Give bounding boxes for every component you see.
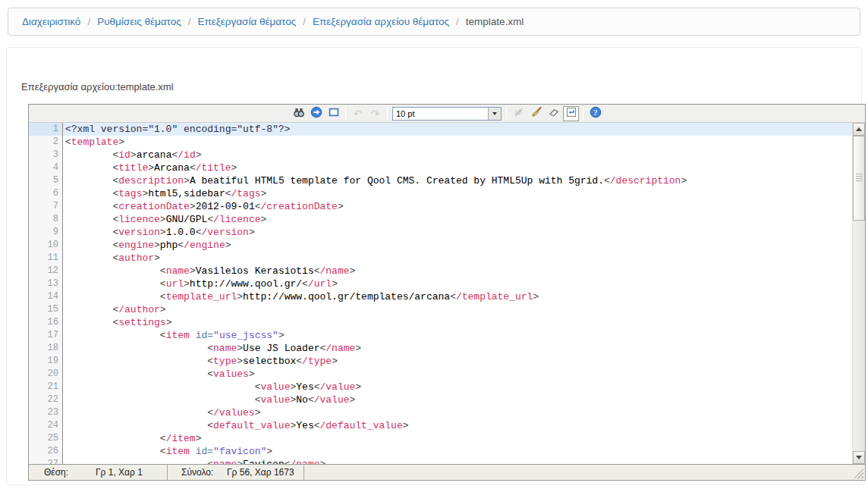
- code-line: <author>: [63, 252, 852, 265]
- highlight-icon: [530, 106, 542, 121]
- help-icon: ?: [590, 106, 602, 121]
- reset-highlight-icon: [548, 106, 560, 121]
- smooth-selection-button[interactable]: ab: [511, 106, 527, 121]
- line-number: 5: [29, 174, 62, 187]
- reset-highlight-button[interactable]: [546, 106, 561, 121]
- scroll-up-button[interactable]: [853, 123, 865, 136]
- resize-grip-icon[interactable]: [854, 469, 863, 478]
- code-line: <template_url>http://www.qool.gr/templat…: [63, 290, 852, 303]
- go-to-line-icon: [310, 106, 322, 121]
- code-line: <value>Yes</value>: [63, 381, 852, 393]
- toolbar-separator: [583, 107, 583, 120]
- scrollbar-thumb[interactable]: [853, 136, 865, 221]
- line-number: 2: [29, 136, 62, 149]
- line-number: 7: [29, 200, 62, 213]
- line-number: 20: [29, 368, 62, 381]
- content-card: Επεξεργασία αρχείου:template.xml: [6, 47, 862, 485]
- line-number: 17: [29, 329, 62, 342]
- line-number: 18: [29, 342, 62, 355]
- code-line: <title>Arcana</title>: [63, 161, 852, 174]
- word-wrap-button[interactable]: [563, 106, 579, 121]
- status-total-value: Γρ 56, Χαρ 1673: [227, 467, 294, 478]
- redo-icon: ↷: [371, 108, 380, 119]
- code-line: <values>: [63, 368, 852, 381]
- search-button[interactable]: [291, 106, 307, 121]
- line-number: 9: [29, 226, 62, 239]
- page-title: Επεξεργασία αρχείου:template.xml: [21, 81, 174, 92]
- toolbar-separator: [387, 107, 388, 120]
- search-icon: [293, 106, 305, 121]
- code-line: <value>No</value>: [63, 393, 852, 406]
- line-number: 10: [29, 239, 62, 252]
- status-total-label: Σύνολο:: [181, 467, 227, 478]
- redo-button[interactable]: ↷: [367, 106, 383, 121]
- highlight-button[interactable]: [528, 106, 544, 121]
- scroll-down-button[interactable]: [853, 451, 865, 464]
- line-number: 26: [29, 445, 62, 458]
- undo-button[interactable]: ↶: [350, 106, 366, 121]
- code-line: <licence>GNU/GPL</licence>: [63, 213, 852, 226]
- code-line: <name>Vasileios Kerasiotis</name>: [63, 265, 852, 277]
- status-position-value: Γρ 1, Χαρ 1: [96, 467, 143, 478]
- line-number: 25: [29, 432, 62, 445]
- code-line: <template>: [63, 136, 852, 149]
- scrollbar-vertical: [852, 123, 865, 464]
- line-number: 16: [29, 316, 62, 329]
- code-line: <?xml version="1.0" encoding="utf-8"?>: [63, 123, 852, 136]
- font-size-value: 10 pt: [393, 109, 488, 118]
- line-number: 12: [29, 265, 62, 277]
- line-gutter: 1234567891011121314151617181920212223242…: [29, 123, 63, 464]
- code-line: <version>1.0.0</version>: [63, 226, 852, 239]
- status-total-cell: Σύνολο: Γρ 56, Χαρ 1673: [168, 465, 304, 480]
- fullscreen-icon: [328, 106, 340, 121]
- chevron-down-icon: [492, 112, 497, 115]
- breadcrumb-item[interactable]: Ρυθμίσεις θέματος: [97, 16, 181, 27]
- line-number: 3: [29, 149, 62, 161]
- line-number: 23: [29, 406, 62, 419]
- code-region: 1234567891011121314151617181920212223242…: [29, 123, 865, 464]
- scrollbar-track[interactable]: [853, 136, 865, 451]
- line-number: 1: [29, 123, 62, 136]
- code-line: <item id="use_jscss">: [63, 329, 852, 342]
- toolbar-separator: [506, 107, 507, 120]
- breadcrumb: Διαχειριστικό/Ρυθμίσεις θέματος/Επεξεργα…: [8, 8, 860, 36]
- breadcrumb-item: template.xml: [466, 16, 524, 27]
- code-line: </author>: [63, 303, 852, 316]
- font-size-select[interactable]: 10 pt: [392, 107, 502, 121]
- font-size-dropdown-button[interactable]: [488, 108, 501, 120]
- code-line: <type>selectbox</type>: [63, 355, 852, 368]
- undo-icon: ↶: [354, 108, 363, 119]
- fullscreen-button[interactable]: [326, 106, 341, 121]
- arrow-down-icon: [856, 456, 862, 459]
- line-number: 27: [29, 458, 62, 464]
- breadcrumb-item[interactable]: Επεξεργασία θέματος: [197, 16, 296, 27]
- code-line: <item id="favicon">: [63, 445, 852, 458]
- breadcrumb-item[interactable]: Διαχειριστικό: [22, 16, 80, 27]
- xml-editor: ↶ ↷ 10 pt ab: [28, 104, 866, 481]
- code-line: </values>: [63, 406, 852, 419]
- status-bar: Θέση: Γρ 1, Χαρ 1 Σύνολο: Γρ 56, Χαρ 167…: [29, 464, 865, 480]
- status-position-cell: Θέση: Γρ 1, Χαρ 1: [29, 465, 168, 480]
- word-wrap-icon: [565, 106, 577, 121]
- line-number: 6: [29, 187, 62, 200]
- code-line: <url>http://www.qool.gr/</url>: [63, 277, 852, 290]
- status-empty-cell: [304, 465, 865, 480]
- code-line: <name>Use JS Loader</name>: [63, 342, 852, 355]
- code-line: <tags>html5,sidebar</tags>: [63, 187, 852, 200]
- code-line: <name>Favicon</name>: [63, 458, 852, 464]
- breadcrumb-separator: /: [87, 16, 90, 27]
- line-number: 22: [29, 393, 62, 406]
- help-button[interactable]: ?: [587, 106, 603, 121]
- line-number: 19: [29, 355, 62, 368]
- code-area[interactable]: <?xml version="1.0" encoding="utf-8"?><t…: [63, 123, 852, 464]
- smooth-selection-icon: ab: [513, 106, 525, 121]
- line-number: 15: [29, 303, 62, 316]
- svg-text:?: ?: [593, 108, 597, 116]
- code-line: <default_value>Yes</default_value>: [63, 419, 852, 432]
- line-number: 8: [29, 213, 62, 226]
- arrow-up-icon: [856, 127, 862, 131]
- line-number: 11: [29, 252, 62, 265]
- go-to-line-button[interactable]: [308, 106, 324, 121]
- breadcrumb-separator: /: [303, 16, 306, 27]
- breadcrumb-item[interactable]: Επεξεργασία αρχείου θέματος: [313, 16, 449, 27]
